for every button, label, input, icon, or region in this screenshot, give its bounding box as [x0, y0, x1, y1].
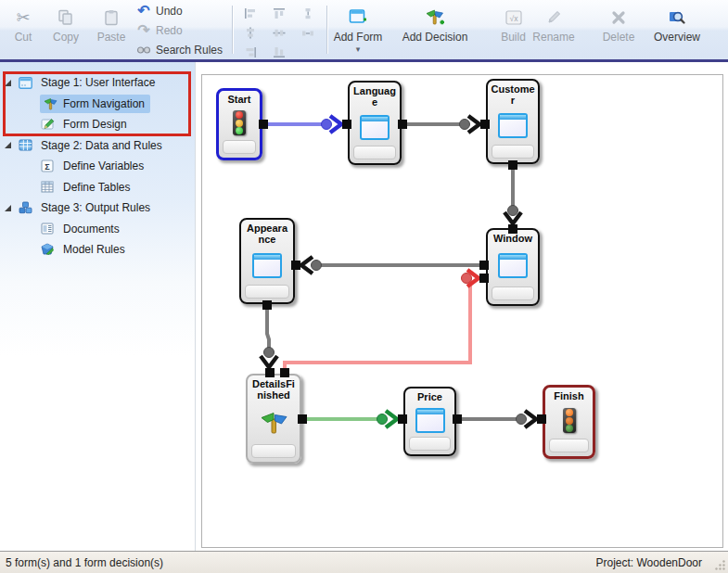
distribute-horizontal-icon — [301, 27, 314, 39]
node-title: Appearance — [241, 220, 293, 247]
tree-item-stage2[interactable]: Stage 2: Data and Rules — [0, 135, 195, 157]
align-middle-button[interactable] — [266, 24, 292, 42]
add-form-caret-icon[interactable]: ▾ — [356, 45, 361, 54]
delete-button[interactable]: Delete — [594, 2, 643, 56]
tree-item-documents[interactable]: Documents — [0, 219, 195, 240]
node-language[interactable]: Language — [348, 81, 402, 165]
delete-label: Delete — [603, 31, 635, 44]
copy-label: Copy — [53, 31, 79, 44]
add-decision-label: Add Decision — [402, 31, 468, 44]
add-decision-icon — [425, 6, 445, 29]
add-decision-button[interactable]: Add Decision — [393, 2, 477, 56]
tree-item-stage3[interactable]: Stage 3: Output Rules — [0, 197, 195, 219]
form-icon — [415, 408, 445, 433]
form-icon — [360, 115, 390, 140]
cut-icon: ✂ — [16, 6, 30, 29]
tree-item-label: Stage 2: Data and Rules — [41, 139, 162, 152]
tree-item-define-variables[interactable]: Σ Define Variables — [0, 156, 195, 177]
node-title: Finish — [545, 388, 593, 402]
add-form-button[interactable]: Add Form ▾ — [330, 2, 386, 56]
grid-icon — [40, 180, 55, 195]
svg-text:√x: √x — [509, 14, 518, 23]
tree-item-form-navigation[interactable]: Form Navigation — [0, 94, 195, 115]
redo-button[interactable]: ↷ Redo — [135, 21, 230, 40]
expander-icon[interactable] — [5, 205, 11, 211]
node-footer — [353, 146, 396, 159]
tree-item-label: Define Variables — [63, 159, 144, 172]
tree-item-label: Documents — [63, 223, 120, 236]
copy-icon — [57, 6, 74, 29]
traffic-light-icon — [233, 110, 246, 135]
distribute-horizontal-button[interactable] — [295, 24, 321, 42]
stage-tree-sidebar: Stage 1: User Interface Form Navigation … — [0, 62, 195, 551]
tree-item-stage1[interactable]: Stage 1: User Interface — [0, 72, 195, 94]
node-finish[interactable]: Finish — [543, 385, 595, 459]
tree-item-model-rules[interactable]: Model Rules — [0, 239, 195, 261]
tree-item-form-design[interactable]: Form Design — [0, 114, 195, 135]
document-icon — [40, 222, 55, 236]
node-footer — [409, 437, 451, 451]
align-left-button[interactable] — [237, 5, 263, 22]
rename-button[interactable]: Rename — [528, 2, 580, 56]
node-footer — [251, 444, 296, 458]
overview-label: Overview — [654, 31, 700, 44]
tree-item-define-tables[interactable]: Define Tables — [0, 177, 195, 198]
distribute-vertical-button[interactable] — [295, 5, 321, 22]
node-window[interactable]: Window — [486, 228, 540, 306]
paste-button[interactable]: Paste — [91, 2, 132, 56]
search-rules-button[interactable]: Search Rules — [135, 41, 230, 59]
rename-label: Rename — [532, 31, 574, 44]
alignment-tools-group — [237, 2, 325, 57]
tree-item-label: Model Rules — [63, 243, 125, 256]
node-footer — [223, 140, 256, 154]
cut-button[interactable]: ✂ Cut — [4, 2, 43, 56]
toolbar-separator — [232, 6, 233, 54]
distribute-vertical-icon — [301, 7, 314, 19]
status-bar: 5 form(s) and 1 form decision(s) Project… — [0, 551, 728, 573]
tree-item-label: Define Tables — [63, 181, 131, 194]
align-bottom-icon — [273, 46, 286, 58]
redo-icon: ↷ — [135, 24, 152, 37]
node-price[interactable]: Price — [403, 387, 456, 456]
form-icon — [498, 253, 528, 278]
decision-icon — [248, 402, 300, 444]
node-title: Window — [488, 230, 538, 245]
sidebar-divider — [195, 62, 196, 551]
node-title: Price — [405, 388, 454, 403]
overview-button[interactable]: Overview — [647, 2, 707, 56]
expander-icon[interactable] — [5, 80, 11, 86]
search-rules-icon — [135, 42, 152, 58]
delete-icon — [611, 6, 626, 29]
node-footer — [549, 439, 589, 452]
undo-icon: ↶ — [135, 5, 152, 18]
tree-item-label: Stage 1: User Interface — [41, 76, 155, 89]
copy-button[interactable]: Copy — [45, 2, 87, 56]
expander-icon[interactable] — [5, 142, 11, 148]
node-detailsfinished[interactable]: DetailsFinished — [246, 374, 301, 464]
form-design-icon — [40, 117, 55, 132]
model-rules-icon — [40, 242, 55, 257]
align-top-button[interactable] — [266, 5, 292, 22]
align-center-horizontal-icon — [244, 27, 257, 39]
paste-icon — [103, 6, 120, 29]
align-center-horizontal-button[interactable] — [237, 24, 263, 42]
build-label: Build — [501, 31, 526, 44]
align-right-icon — [244, 46, 257, 58]
node-title: Start — [219, 91, 260, 106]
node-start[interactable]: Start — [216, 88, 262, 160]
undo-label: Undo — [156, 5, 183, 18]
tree-item-label: Form Design — [63, 118, 127, 131]
add-form-icon — [349, 6, 368, 29]
node-customer[interactable]: Customer — [486, 79, 540, 164]
toolbar-separator — [326, 6, 327, 54]
align-top-icon — [273, 7, 286, 19]
resize-grip[interactable] — [714, 559, 726, 571]
table-icon — [18, 138, 32, 153]
node-title: DetailsFinished — [248, 376, 300, 402]
tree-item-label: Stage 3: Output Rules — [41, 201, 150, 214]
node-title: Language — [350, 83, 400, 109]
align-middle-icon — [273, 27, 286, 39]
node-appearance[interactable]: Appearance — [239, 218, 295, 304]
undo-button[interactable]: ↶ Undo — [135, 2, 230, 20]
flow-canvas[interactable] — [201, 74, 723, 548]
